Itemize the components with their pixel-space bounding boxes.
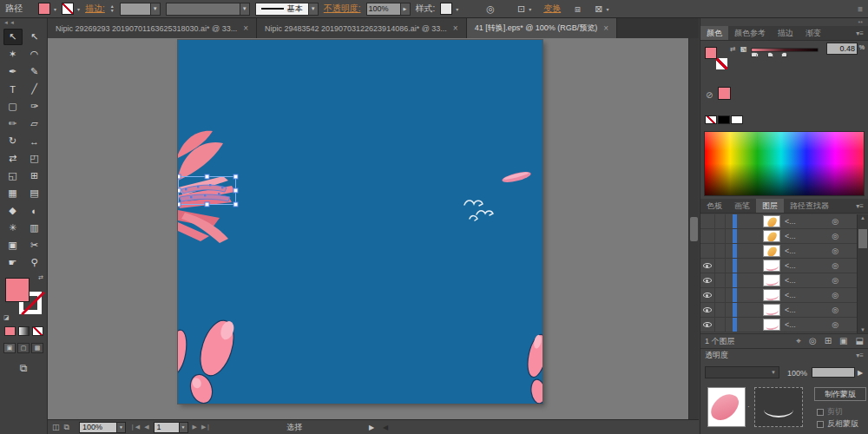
layer-row[interactable]: <... ◎ xyxy=(700,214,868,229)
tab-close-icon[interactable]: × xyxy=(243,23,248,33)
shape-builder-tool[interactable]: ◱ xyxy=(3,168,23,184)
mixer-swap-icon[interactable]: ⇄ xyxy=(730,45,736,53)
lock-toggle[interactable] xyxy=(715,318,726,332)
layer-name[interactable]: <... xyxy=(785,291,796,299)
slider-thumb-icon[interactable] xyxy=(751,52,757,57)
artboard-nav-combo[interactable]: 1 ▼ xyxy=(154,422,188,433)
lasso-tool[interactable]: ◠ xyxy=(25,46,44,62)
layer-name[interactable]: <... xyxy=(785,306,796,314)
layer-target-icon[interactable]: ◎ xyxy=(832,276,838,285)
scrollbar-thumb[interactable] xyxy=(690,217,698,241)
locate-object-icon[interactable]: ⌖ xyxy=(796,336,801,346)
slice-tool[interactable]: ✂ xyxy=(25,237,44,253)
symbol-sprayer-tool[interactable]: ✳ xyxy=(3,220,23,236)
style-dropdown-icon[interactable]: ▾ xyxy=(456,6,458,12)
last-artboard-icon[interactable]: ▶❘ xyxy=(201,424,211,431)
layer-thumbnail[interactable] xyxy=(763,304,780,316)
align-icon[interactable]: ⧈ xyxy=(575,3,581,15)
none-swatch[interactable] xyxy=(705,115,717,124)
layer-row[interactable]: <... ◎ xyxy=(700,318,868,332)
fill-stroke-widget[interactable]: ◪ ⇄ xyxy=(3,276,43,316)
rectangle-tool[interactable]: ▢ xyxy=(3,98,23,115)
lock-toggle[interactable] xyxy=(715,273,726,287)
artboard[interactable] xyxy=(178,40,542,404)
layer-thumbnail[interactable] xyxy=(763,245,780,257)
layer-target-icon[interactable]: ◎ xyxy=(832,232,838,240)
stroke-weight-label[interactable]: 描边: xyxy=(85,3,105,15)
document-tab[interactable]: 41 [转换].eps* @ 100% (RGB/预览) × xyxy=(467,18,618,38)
channel-value-input[interactable]: 0.48 xyxy=(826,43,858,55)
panel-menu-icon[interactable]: ▾≡ xyxy=(856,26,868,40)
tab-color[interactable]: 颜色 xyxy=(700,26,728,40)
panel-menu-icon[interactable]: ▾≡ xyxy=(856,352,864,359)
layer-name[interactable]: <... xyxy=(785,261,796,270)
mixer-fill-stroke-proxy[interactable] xyxy=(705,47,727,69)
column-graph-tool[interactable]: ▥ xyxy=(25,220,44,236)
document-tab[interactable]: Nipic 29483542 20190703122623914086.ai* … xyxy=(257,18,467,38)
visibility-toggle[interactable] xyxy=(700,214,715,228)
layer-thumbnail[interactable] xyxy=(763,319,780,331)
layer-thumbnail[interactable] xyxy=(763,230,780,242)
layer-row[interactable]: <... ◎ xyxy=(700,288,868,303)
status-hand-icon[interactable]: ◫ xyxy=(52,423,60,431)
artboard-tool[interactable]: ▣ xyxy=(3,237,23,253)
hscroll-right-icon[interactable]: ▶ xyxy=(369,424,374,431)
prev-artboard-icon[interactable]: ◀ xyxy=(144,424,148,431)
lock-toggle[interactable] xyxy=(715,303,726,317)
tab-close-icon[interactable]: × xyxy=(603,23,608,33)
layer-row[interactable]: <... ◎ xyxy=(700,259,868,273)
scroll-up-icon[interactable]: ▲ xyxy=(858,215,868,220)
status-export-icon[interactable]: ⧉ xyxy=(64,423,69,432)
stroke-weight-stepper[interactable]: ▲▼ xyxy=(110,4,115,13)
opacity-label[interactable]: 不透明度: xyxy=(324,3,361,15)
object-thumbnail[interactable] xyxy=(707,387,746,427)
opacity-combo[interactable]: 100% ▶ xyxy=(366,3,411,16)
default-fill-stroke-icon[interactable]: ◪ xyxy=(3,314,10,321)
clip-checkbox[interactable] xyxy=(817,409,824,416)
width-profile-combo[interactable]: ▼ xyxy=(166,3,250,16)
swap-fill-stroke-icon[interactable]: ⇄ xyxy=(38,274,43,281)
lock-toggle[interactable] xyxy=(715,244,726,258)
canvas-vertical-scrollbar[interactable] xyxy=(688,38,699,419)
layer-thumbnail[interactable] xyxy=(763,289,780,301)
visibility-toggle[interactable] xyxy=(700,273,715,287)
lock-toggle[interactable] xyxy=(715,229,726,243)
lock-toggle[interactable] xyxy=(715,259,726,273)
delete-layer-icon[interactable]: ⬓ xyxy=(856,336,864,346)
stroke-dropdown-icon[interactable]: ▾ xyxy=(77,6,80,12)
tab-pathfinder[interactable]: 路径查找器 xyxy=(784,199,835,213)
opacity-slider-arrow-icon[interactable]: ▶ xyxy=(858,369,863,377)
draw-normal-button[interactable]: ▣ xyxy=(3,343,16,353)
layer-row[interactable]: <... ◎ xyxy=(700,229,868,244)
invert-mask-checkbox[interactable] xyxy=(817,421,824,428)
select-similar-icon[interactable]: ⊡ xyxy=(517,3,525,15)
fill-color-swatch[interactable] xyxy=(38,3,50,15)
layers-scrollbar[interactable]: ▲ ▼ xyxy=(857,214,868,333)
lock-toggle[interactable] xyxy=(715,214,726,228)
brush-definition-combo[interactable]: 基本 ▼ xyxy=(255,3,319,16)
magic-wand-tool[interactable]: ✶ xyxy=(3,46,23,62)
stroke-color-swatch[interactable] xyxy=(62,3,74,15)
visibility-toggle[interactable] xyxy=(700,229,715,243)
select-similar-dropdown-icon[interactable]: ▾ xyxy=(529,6,531,12)
layers-scrollbar-thumb[interactable] xyxy=(858,229,867,248)
layer-target-icon[interactable]: ◎ xyxy=(832,320,838,329)
tab-gradient[interactable]: 渐变 xyxy=(799,26,827,40)
layer-thumbnail[interactable] xyxy=(763,260,780,272)
black-swatch[interactable] xyxy=(718,115,730,124)
tab-color-guide[interactable]: 颜色参考 xyxy=(728,26,772,40)
lock-toggle[interactable] xyxy=(715,288,726,302)
layer-name[interactable]: <... xyxy=(785,247,796,255)
tab-layers[interactable]: 图层 xyxy=(756,199,784,213)
make-mask-button[interactable]: 制作蒙版 xyxy=(814,387,866,401)
selection-tool[interactable]: ↖ xyxy=(3,29,23,45)
tab-swatches[interactable]: 色板 xyxy=(700,199,728,213)
none-mode-button[interactable] xyxy=(32,326,43,336)
scroll-down-icon[interactable]: ▼ xyxy=(858,327,868,332)
style-swatch[interactable] xyxy=(440,3,452,15)
mesh-tool[interactable]: ▦ xyxy=(3,185,23,201)
next-artboard-icon[interactable]: ▶ xyxy=(193,424,197,431)
tools-collapse-icon[interactable]: ◄◄ xyxy=(0,18,47,27)
new-sublayer-icon[interactable]: ⊞ xyxy=(825,336,832,346)
transparency-opacity-slider[interactable] xyxy=(812,367,855,378)
